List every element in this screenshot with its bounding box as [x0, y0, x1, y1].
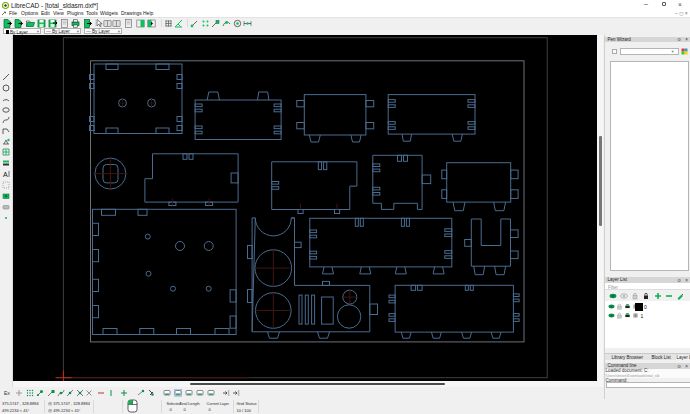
svg-text:A: A [3, 171, 8, 178]
